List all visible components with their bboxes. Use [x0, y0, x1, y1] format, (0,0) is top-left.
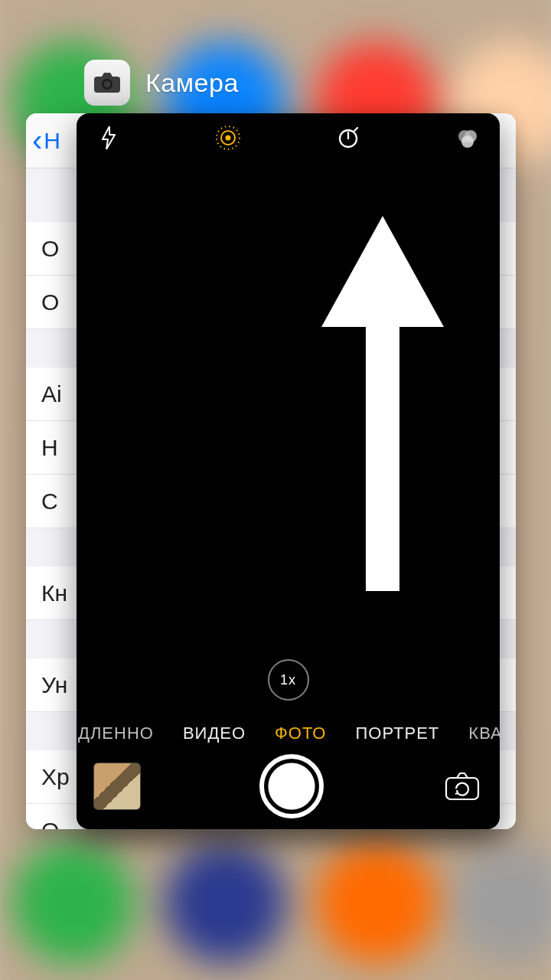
- switcher-app-header: Камера: [84, 60, 239, 106]
- mode-portrait[interactable]: ПОРТРЕТ: [355, 724, 439, 743]
- camera-app-card[interactable]: 1x ЗАМЕДЛЕННО ВИДЕО ФОТО ПОРТРЕТ КВАДРАТ: [77, 113, 500, 829]
- camera-viewfinder[interactable]: [77, 162, 500, 646]
- camera-top-bar: [77, 113, 500, 162]
- mode-photo[interactable]: ФОТО: [275, 724, 326, 743]
- back-label[interactable]: Н: [44, 128, 60, 154]
- svg-point-10: [461, 136, 474, 148]
- svg-point-5: [226, 136, 231, 141]
- back-chevron-icon[interactable]: ‹: [32, 123, 42, 158]
- svg-point-2: [104, 81, 111, 88]
- live-photo-icon[interactable]: [213, 122, 243, 153]
- filters-icon[interactable]: [452, 122, 483, 153]
- shutter-button[interactable]: [259, 754, 324, 818]
- timer-icon[interactable]: [333, 122, 364, 153]
- flip-camera-button[interactable]: [442, 770, 483, 802]
- camera-bottom-bar: [77, 743, 500, 829]
- up-arrow-overlay-icon: [77, 162, 500, 646]
- last-photo-thumbnail[interactable]: [93, 763, 141, 810]
- flash-icon[interactable]: [93, 122, 124, 153]
- mode-video[interactable]: ВИДЕО: [183, 724, 246, 743]
- svg-rect-11: [446, 778, 478, 799]
- camera-glyph-icon: [93, 72, 121, 93]
- mode-square[interactable]: КВАДРАТ: [468, 724, 500, 743]
- switcher-app-title: Камера: [145, 68, 239, 98]
- camera-mode-row[interactable]: ЗАМЕДЛЕННО ВИДЕО ФОТО ПОРТРЕТ КВАДРАТ: [77, 724, 500, 743]
- camera-app-icon: [84, 60, 130, 106]
- zoom-toggle[interactable]: 1x: [268, 659, 309, 701]
- mode-slowmo[interactable]: ЗАМЕДЛЕННО: [77, 724, 154, 743]
- zoom-label: 1x: [280, 672, 296, 688]
